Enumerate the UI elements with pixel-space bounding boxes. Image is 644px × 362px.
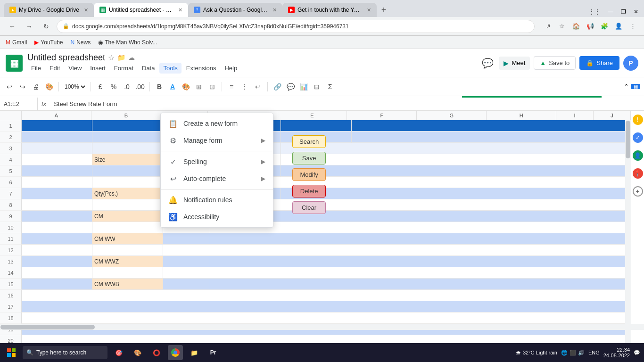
close-button[interactable]: ✕ xyxy=(632,7,640,17)
notification-center-button[interactable]: 💬 xyxy=(634,350,640,356)
cell-e13[interactable] xyxy=(210,256,631,267)
cell-e2[interactable] xyxy=(352,132,631,143)
url-input[interactable]: 🔒 docs.google.com/spreadsheets/d/1lopmgM… xyxy=(57,20,535,33)
taskbar-icon-files[interactable]: 📁 xyxy=(187,345,202,360)
cell-a8[interactable] xyxy=(22,199,92,211)
cell-b6[interactable] xyxy=(92,177,163,188)
start-button[interactable] xyxy=(4,345,19,360)
sidebar-icon-notification[interactable]: ! xyxy=(633,115,643,125)
cell-a5[interactable] xyxy=(22,165,92,177)
vertical-scroll-thumb[interactable] xyxy=(626,121,630,158)
col-header-e[interactable]: E xyxy=(277,111,347,120)
user-avatar[interactable]: P xyxy=(623,56,638,71)
sidebar-icon-maps[interactable]: 📍 xyxy=(633,168,643,179)
menu-create-form[interactable]: 📋 Create a new form xyxy=(161,115,273,132)
menu-insert[interactable]: Insert xyxy=(86,63,109,74)
bookmark-news[interactable]: N News xyxy=(71,39,91,46)
cell-a18[interactable] xyxy=(22,313,631,324)
paint-format-button[interactable]: 🎨 xyxy=(43,81,55,92)
valign-button[interactable]: ⋮ xyxy=(239,81,250,92)
cell-e14[interactable] xyxy=(163,267,631,279)
network-icon[interactable]: 🌐 xyxy=(561,350,568,356)
refresh-button[interactable]: ↻ xyxy=(40,20,53,33)
border-button[interactable]: ⊞ xyxy=(193,81,205,92)
tab-youtube[interactable]: ▶ Get in touch with the YouTube C... ✕ xyxy=(282,3,377,17)
share-button[interactable]: 🔒 Share xyxy=(579,56,619,70)
cell-a4[interactable] xyxy=(22,154,92,165)
tab-sheets-close[interactable]: ✕ xyxy=(178,7,182,13)
cloud-icon[interactable]: ☁ xyxy=(128,54,135,61)
cell-a7[interactable] xyxy=(22,188,92,199)
taskbar-chrome[interactable] xyxy=(168,345,183,360)
chart-button[interactable]: 📊 xyxy=(298,81,309,92)
cell-b3[interactable] xyxy=(92,143,163,154)
menu-help[interactable]: Help xyxy=(221,63,241,74)
menu-manage-form[interactable]: ⚙ Manage form ▶ xyxy=(161,132,273,149)
cell-b10[interactable] xyxy=(92,222,163,233)
tab-youtube-close[interactable]: ✕ xyxy=(367,7,371,13)
col-header-g[interactable]: G xyxy=(417,111,487,120)
menu-notification[interactable]: 🔔 Notification rules xyxy=(161,191,273,208)
filter-button[interactable]: ⊟ xyxy=(311,81,322,92)
maximize-button[interactable]: ❐ xyxy=(619,7,628,17)
menu-file[interactable]: File xyxy=(27,63,45,74)
bold-button[interactable]: B xyxy=(154,81,165,92)
percent-button[interactable]: % xyxy=(108,81,119,92)
cell-a1[interactable] xyxy=(22,120,92,132)
cell-a20[interactable] xyxy=(22,335,631,343)
cell-b8[interactable] xyxy=(92,199,163,211)
tab-drive[interactable]: ▲ My Drive - Google Drive ✕ xyxy=(4,3,94,17)
extension-icon1[interactable]: 🏠 xyxy=(570,21,582,32)
cell-b7[interactable]: Qty(Pcs.) xyxy=(92,188,163,199)
wrap-button[interactable]: ↵ xyxy=(252,81,264,92)
cell-c15[interactable] xyxy=(163,279,210,290)
cell-e7[interactable] xyxy=(281,188,631,199)
align-button[interactable]: ≡ xyxy=(226,81,237,92)
taskbar-icon-3[interactable]: ⭕ xyxy=(149,345,164,360)
cell-e4[interactable] xyxy=(281,154,631,165)
cell-b4[interactable]: Size xyxy=(92,154,163,165)
cell-a9[interactable] xyxy=(22,211,92,222)
currency-button[interactable]: £ xyxy=(95,81,106,92)
menu-edit[interactable]: Edit xyxy=(46,63,64,74)
cell-b5[interactable] xyxy=(92,165,163,177)
search-button[interactable]: Search xyxy=(292,135,326,148)
tab-list-button[interactable]: ⋮⋮ xyxy=(587,7,602,17)
function-button[interactable]: Σ xyxy=(324,81,336,92)
comment-toolbar-button[interactable]: 💬 xyxy=(285,81,296,92)
more-menu-icon[interactable]: ⋮ xyxy=(627,21,638,32)
menu-tools[interactable]: Tools xyxy=(159,63,181,74)
tab-docs-close[interactable]: ✕ xyxy=(272,7,277,13)
cell-reference[interactable]: A1:E2 xyxy=(0,98,38,110)
bookmark-icon[interactable]: ☆ xyxy=(556,21,568,32)
menu-accessibility[interactable]: ♿ Accessibility xyxy=(161,208,273,225)
collapse-toolbar-button[interactable]: ⌃ xyxy=(624,83,629,90)
bookmark-youtube[interactable]: ▶ YouTube xyxy=(34,39,63,46)
cell-c11[interactable] xyxy=(163,233,210,245)
sheets-sidebar-button[interactable]: ▦ xyxy=(631,84,640,89)
formula-input[interactable]: Steel Screw Rate Form xyxy=(50,100,644,107)
tab-drive-close[interactable]: ✕ xyxy=(84,7,88,13)
cell-a3[interactable] xyxy=(22,143,92,154)
new-tab-button[interactable]: + xyxy=(377,3,391,17)
cell-d1[interactable] xyxy=(281,120,352,132)
comment-button[interactable]: 💬 xyxy=(480,56,495,71)
print-button[interactable]: 🖨 xyxy=(30,81,41,92)
clear-button[interactable]: Clear xyxy=(292,201,326,214)
sidebar-icon-contacts[interactable]: 👤 xyxy=(633,150,643,161)
star-icon[interactable]: ☆ xyxy=(108,53,115,62)
bookmark-gmail[interactable]: M Gmail xyxy=(6,39,27,46)
cell-a16[interactable] xyxy=(22,290,631,301)
extension-icon3[interactable]: 🧩 xyxy=(599,21,610,32)
cell-b15[interactable]: CM WWB xyxy=(92,279,163,290)
sidebar-icon-tasks[interactable]: ✓ xyxy=(633,132,643,143)
spreadsheet-title-text[interactable]: Untitled spreadsheet xyxy=(27,53,105,63)
redo-button[interactable]: ↪ xyxy=(17,81,28,92)
cell-e15[interactable] xyxy=(210,279,631,290)
taskbar-icon-pr[interactable]: Pr xyxy=(206,345,221,360)
cell-c13[interactable] xyxy=(163,256,210,267)
menu-spelling[interactable]: ✓ Spelling ▶ xyxy=(161,153,273,170)
move-icon[interactable]: 📁 xyxy=(117,54,125,61)
cell-a17[interactable] xyxy=(22,301,631,313)
cell-a14[interactable] xyxy=(22,267,92,279)
